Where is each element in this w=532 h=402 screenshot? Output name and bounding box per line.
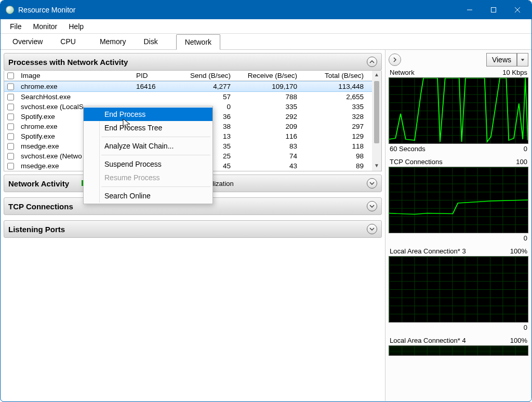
ctx-end-process[interactable]: End Process bbox=[84, 108, 212, 121]
col-total[interactable]: Total (B/sec) bbox=[301, 71, 368, 81]
row-checkbox[interactable] bbox=[7, 103, 14, 111]
table-header-row: Image PID Send (B/sec) Receive (B/sec) T… bbox=[4, 71, 372, 81]
chart-footer-left: 60 Seconds bbox=[390, 145, 425, 153]
cell-receive: 109,170 bbox=[235, 82, 301, 91]
chart-scale: 10 Kbps bbox=[502, 69, 527, 76]
row-checkbox[interactable] bbox=[7, 133, 14, 140]
cell-receive: 83 bbox=[235, 141, 301, 151]
cell-image: chrome.exe bbox=[17, 82, 132, 91]
collapse-right-icon[interactable] bbox=[389, 53, 401, 66]
chart: TCP Connections1000 bbox=[389, 158, 528, 242]
right-pane: Views Network10 Kbps60 Seconds0TCP Conne… bbox=[385, 50, 531, 401]
row-checkbox[interactable] bbox=[7, 163, 14, 170]
cell-total: 328 bbox=[301, 112, 368, 122]
chart-area bbox=[389, 345, 528, 356]
context-menu: End Process End Process Tree Analyze Wai… bbox=[83, 106, 213, 204]
chart-area bbox=[389, 167, 528, 233]
row-checkbox[interactable] bbox=[7, 143, 14, 150]
left-pane: Processes with Network Activity Image PI… bbox=[1, 50, 385, 401]
cell-receive: 788 bbox=[235, 92, 301, 102]
ctx-suspend-process[interactable]: Suspend Process bbox=[84, 157, 212, 171]
cell-receive: 74 bbox=[235, 151, 301, 161]
chart-footer-right: 0 bbox=[524, 145, 527, 153]
chart-footer-right: 0 bbox=[524, 324, 527, 331]
svg-rect-1 bbox=[491, 8, 496, 12]
row-checkbox[interactable] bbox=[7, 113, 14, 120]
cell-receive: 335 bbox=[235, 102, 301, 112]
maximize-button[interactable] bbox=[482, 1, 506, 19]
cell-pid: 16416 bbox=[132, 82, 168, 91]
scrollbar[interactable]: ▲ ▼ bbox=[372, 71, 381, 171]
processes-header-label: Processes with Network Activity bbox=[8, 58, 128, 66]
views-button[interactable]: Views bbox=[486, 53, 517, 66]
chart-area bbox=[389, 77, 528, 144]
col-pid[interactable]: PID bbox=[132, 71, 168, 81]
cell-total: 2,655 bbox=[301, 92, 368, 102]
ctx-analyze-wait-chain[interactable]: Analyze Wait Chain... bbox=[84, 139, 212, 153]
menubar: File Monitor Help bbox=[1, 19, 531, 34]
tab-network[interactable]: Network bbox=[176, 34, 220, 50]
tab-disk[interactable]: Disk bbox=[135, 34, 166, 49]
cell-receive: 116 bbox=[235, 131, 301, 141]
chart-footer-right: 0 bbox=[524, 234, 527, 242]
tabbar: Overview CPU Memory Disk Network bbox=[1, 34, 531, 50]
tab-overview[interactable]: Overview bbox=[4, 34, 51, 49]
cell-send: 57 bbox=[168, 92, 235, 102]
chart: Local Area Connection* 3100%0 bbox=[389, 247, 528, 331]
chevron-up-icon[interactable] bbox=[367, 57, 377, 67]
col-send[interactable]: Send (B/sec) bbox=[168, 71, 235, 81]
window-title: Resource Monitor bbox=[18, 6, 458, 14]
cell-pid bbox=[132, 96, 168, 98]
views-label: Views bbox=[492, 56, 511, 64]
listening-ports-header[interactable]: Listening Ports bbox=[4, 220, 382, 238]
cell-receive: 209 bbox=[235, 122, 301, 131]
chevron-down-icon[interactable] bbox=[367, 178, 377, 189]
ctx-resume-process: Resume Process bbox=[84, 171, 212, 184]
chart-area bbox=[389, 256, 528, 323]
table-row[interactable]: chrome.exe164164,277109,170113,448 bbox=[4, 81, 372, 92]
row-checkbox[interactable] bbox=[7, 93, 14, 101]
cell-total: 98 bbox=[301, 151, 368, 161]
close-button[interactable] bbox=[506, 1, 529, 19]
minimize-button[interactable] bbox=[458, 1, 482, 19]
ctx-search-online[interactable]: Search Online bbox=[84, 189, 212, 203]
tab-memory[interactable]: Memory bbox=[85, 34, 135, 49]
chart-title: Network bbox=[390, 69, 415, 76]
row-checkbox[interactable] bbox=[7, 153, 14, 160]
processes-header[interactable]: Processes with Network Activity bbox=[4, 53, 382, 71]
cell-total: 89 bbox=[301, 161, 368, 171]
cell-total: 335 bbox=[301, 102, 368, 112]
cell-total: 297 bbox=[301, 122, 368, 131]
chart-scale: 100% bbox=[510, 247, 527, 255]
menu-monitor[interactable]: Monitor bbox=[28, 20, 63, 33]
cell-receive: 292 bbox=[235, 112, 301, 122]
chevron-down-icon[interactable] bbox=[367, 201, 377, 211]
chart-title: Local Area Connection* 4 bbox=[390, 337, 466, 344]
network-activity-label: Network Activity bbox=[8, 179, 69, 188]
ctx-end-process-tree[interactable]: End Process Tree bbox=[84, 121, 212, 135]
app-icon bbox=[6, 6, 14, 14]
menu-help[interactable]: Help bbox=[63, 20, 89, 33]
chart: Local Area Connection* 4100% bbox=[389, 337, 528, 356]
row-checkbox[interactable] bbox=[7, 83, 14, 90]
chevron-down-icon[interactable] bbox=[367, 224, 377, 234]
row-checkbox[interactable] bbox=[7, 123, 14, 130]
header-checkbox[interactable] bbox=[7, 72, 14, 79]
cell-image: SearchHost.exe bbox=[17, 92, 132, 102]
tab-cpu[interactable]: CPU bbox=[51, 34, 85, 49]
cell-total: 129 bbox=[301, 131, 368, 141]
table-row[interactable]: SearchHost.exe577882,655 bbox=[4, 92, 372, 102]
views-dropdown-icon[interactable] bbox=[517, 53, 528, 66]
listening-ports-label: Listening Ports bbox=[8, 225, 65, 234]
cell-total: 118 bbox=[301, 141, 368, 151]
col-image[interactable]: Image bbox=[17, 71, 132, 81]
chart-scale: 100% bbox=[510, 337, 527, 344]
cell-send: 4,277 bbox=[168, 82, 235, 91]
titlebar: Resource Monitor bbox=[1, 1, 531, 19]
col-receive[interactable]: Receive (B/sec) bbox=[235, 71, 301, 81]
menu-file[interactable]: File bbox=[5, 20, 27, 33]
chart-title: TCP Connections bbox=[390, 158, 443, 166]
chart-title: Local Area Connection* 3 bbox=[390, 247, 466, 255]
tcp-connections-label: TCP Connections bbox=[8, 202, 73, 211]
cell-receive: 43 bbox=[235, 161, 301, 171]
